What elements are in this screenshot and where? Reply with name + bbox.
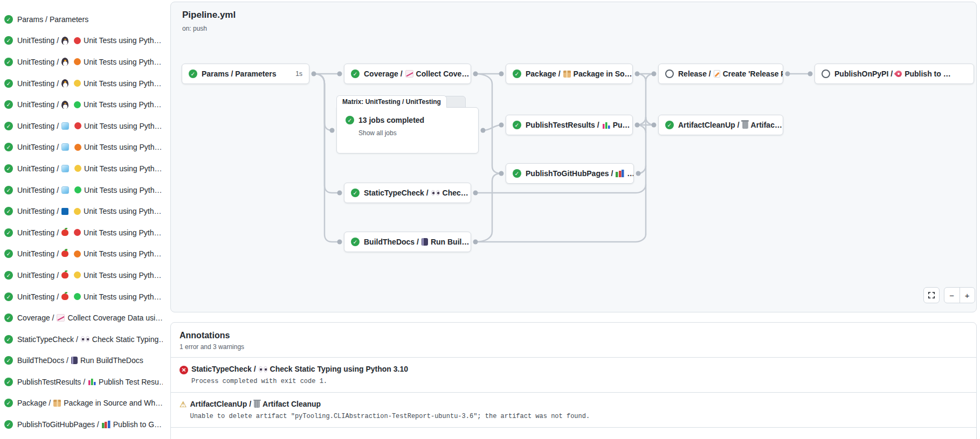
notebook-icon bbox=[422, 238, 428, 246]
python-version-icon bbox=[74, 250, 81, 257]
success-icon bbox=[4, 143, 13, 151]
success-icon bbox=[4, 207, 13, 215]
workflow-run-page: { "pipeline": { "title": "Pipeline.yml",… bbox=[0, 0, 980, 439]
sidebar-job-item[interactable]: BuildTheDocs / Run BuildTheDocs bbox=[0, 350, 163, 372]
workflow-trigger: on: push bbox=[182, 25, 207, 32]
job-duration: 3s bbox=[782, 121, 783, 129]
skipped-icon bbox=[665, 69, 674, 78]
success-icon bbox=[4, 249, 13, 258]
sidebar-job-item[interactable]: Coverage / Collect Coverage Data usi… bbox=[0, 307, 163, 329]
job-duration: 47s bbox=[469, 238, 471, 246]
zoom-in-button[interactable]: + bbox=[960, 288, 975, 303]
graph-node-release[interactable]: Release / Create 'Release P… bbox=[658, 64, 783, 84]
sidebar-job-item[interactable]: UnitTesting / Unit Tests using Pyth… bbox=[0, 30, 163, 52]
linux-icon bbox=[61, 101, 68, 109]
show-all-jobs-link[interactable]: Show all jobs bbox=[358, 129, 470, 137]
windows-icon bbox=[61, 122, 69, 130]
success-icon bbox=[346, 116, 354, 124]
matrix-group-tab[interactable]: Matrix: UnitTesting / UnitTesting bbox=[336, 95, 447, 108]
graph-node-buildthedocs[interactable]: BuildTheDocs / Run Buil… 47s bbox=[344, 232, 471, 252]
graph-node-artifactcleanup[interactable]: ArtifactCleanUp / Artifac… 3s bbox=[658, 115, 783, 135]
sidebar-job-item[interactable]: Params / Parameters bbox=[0, 9, 163, 30]
macos-icon bbox=[61, 229, 68, 236]
graph-node-coverage[interactable]: Coverage / Collect Cove… 25s bbox=[344, 64, 471, 84]
annotations-panel: Annotations 1 error and 3 warnings Stati… bbox=[170, 322, 977, 439]
job-duration: 25s bbox=[632, 70, 633, 78]
sidebar-job-item[interactable]: UnitTesting / Unit Tests using Pyth… bbox=[0, 115, 163, 137]
python-version-icon bbox=[74, 271, 81, 278]
graph-node-params[interactable]: Params / Parameters 1s bbox=[182, 64, 309, 84]
sidebar-job-item[interactable]: UnitTesting / Unit Tests using Pyth… bbox=[0, 222, 163, 243]
success-icon bbox=[4, 15, 13, 24]
package-icon bbox=[563, 71, 571, 78]
zoom-out-button[interactable]: − bbox=[944, 288, 960, 303]
matrix-group-box[interactable]: 13 jobs completed Show all jobs bbox=[336, 107, 479, 154]
macos-icon bbox=[61, 294, 68, 300]
sidebar-job-item[interactable]: PublishToGitHubPages / Publish to G… bbox=[0, 414, 163, 435]
error-icon bbox=[180, 366, 188, 374]
workflow-graph-panel: Pipeline.yml on: push bbox=[170, 2, 977, 312]
books-icon bbox=[616, 170, 624, 177]
wastebasket-icon bbox=[254, 401, 260, 408]
success-icon bbox=[4, 122, 13, 130]
sidebar-job-item[interactable]: Package / Package in Source and Wh… bbox=[0, 393, 163, 414]
success-icon bbox=[4, 292, 13, 301]
annotation-error-item: StaticTypeCheck / Check Static Typing us… bbox=[171, 357, 976, 392]
graph-node-statictypecheck[interactable]: StaticTypeCheck / Chec… 13s bbox=[344, 183, 471, 203]
chart-increasing-icon bbox=[405, 70, 413, 78]
graph-node-publishtogithubpages[interactable]: PublishToGitHubPages / … 13s bbox=[506, 163, 634, 184]
success-icon bbox=[4, 164, 13, 173]
macos-icon bbox=[61, 250, 68, 257]
python-version-icon bbox=[74, 58, 81, 65]
zoom-control-group: − + bbox=[944, 287, 975, 303]
sidebar-job-item[interactable]: StaticTypeCheck / Check Static Typing… bbox=[0, 329, 163, 350]
sidebar-job-item[interactable]: UnitTesting / Unit Tests using Pyth… bbox=[0, 137, 163, 158]
sidebar-job-item[interactable]: UnitTesting / Unit Tests using Pyth… bbox=[0, 286, 163, 308]
success-icon bbox=[513, 121, 521, 129]
python-version-icon bbox=[74, 37, 81, 44]
fullscreen-button[interactable] bbox=[923, 287, 940, 303]
fullscreen-icon bbox=[928, 291, 935, 299]
success-icon bbox=[4, 271, 13, 280]
success-icon bbox=[4, 313, 13, 322]
success-icon bbox=[4, 420, 13, 429]
wastebasket-icon bbox=[742, 122, 748, 129]
windows-icon bbox=[61, 165, 69, 172]
sidebar-job-item[interactable]: UnitTesting / Unit Tests using Pyth… bbox=[0, 94, 163, 115]
sidebar-job-item[interactable]: UnitTesting / Unit Tests using Pyth… bbox=[0, 51, 163, 73]
python-version-icon bbox=[74, 144, 81, 151]
success-icon bbox=[4, 378, 13, 386]
sidebar-job-item[interactable]: UnitTesting / Unit Tests using Pyth… bbox=[0, 73, 163, 94]
skipped-icon bbox=[822, 69, 830, 78]
memo-icon bbox=[714, 70, 720, 78]
linux-icon bbox=[61, 79, 68, 87]
sidebar-job-item[interactable]: UnitTesting / Unit Tests using Pyth… bbox=[0, 158, 163, 179]
sidebar-job-item[interactable]: UnitTesting / Unit Tests using Pyth… bbox=[0, 243, 163, 265]
graph-node-package[interactable]: Package / Package in So… 25s bbox=[506, 64, 633, 84]
success-icon bbox=[665, 121, 674, 129]
graph-node-publishtestresults[interactable]: PublishTestResults / Pu… 17s bbox=[506, 115, 633, 135]
linux-icon bbox=[61, 37, 68, 45]
annotation-job-link[interactable]: ArtifactCleanUp / Artifact Cleanup bbox=[190, 399, 590, 409]
sidebar-job-item[interactable]: UnitTesting / Unit Tests using Pyth… bbox=[0, 179, 163, 201]
macos-icon bbox=[61, 272, 68, 278]
windows-icon bbox=[61, 143, 69, 151]
success-icon bbox=[4, 186, 13, 194]
windows-icon bbox=[61, 186, 69, 194]
python-version-icon bbox=[74, 229, 81, 236]
python-version-icon bbox=[74, 80, 81, 87]
sidebar-job-item[interactable]: UnitTesting / Unit Tests using Pyth… bbox=[0, 264, 163, 286]
job-duration: 17s bbox=[630, 121, 633, 129]
annotation-job-link[interactable]: StaticTypeCheck / Check Static Typing us… bbox=[191, 364, 408, 374]
success-icon bbox=[351, 69, 360, 78]
sidebar-job-item[interactable]: PublishTestResults / Publish Test Resu… bbox=[0, 371, 163, 393]
annotation-message: Unable to delete artifact "pyTooling.CLI… bbox=[190, 413, 590, 421]
python-version-icon bbox=[74, 186, 81, 193]
success-icon bbox=[4, 79, 13, 88]
success-icon bbox=[4, 58, 13, 66]
rocket-icon bbox=[894, 69, 903, 79]
sidebar-job-item[interactable]: UnitTesting / Unit Tests using Pyth… bbox=[0, 200, 163, 222]
warning-icon bbox=[180, 400, 187, 409]
graph-node-publishonpypi[interactable]: PublishOnPyPI / Publish to … bbox=[815, 64, 974, 84]
graph-edges bbox=[171, 2, 976, 312]
